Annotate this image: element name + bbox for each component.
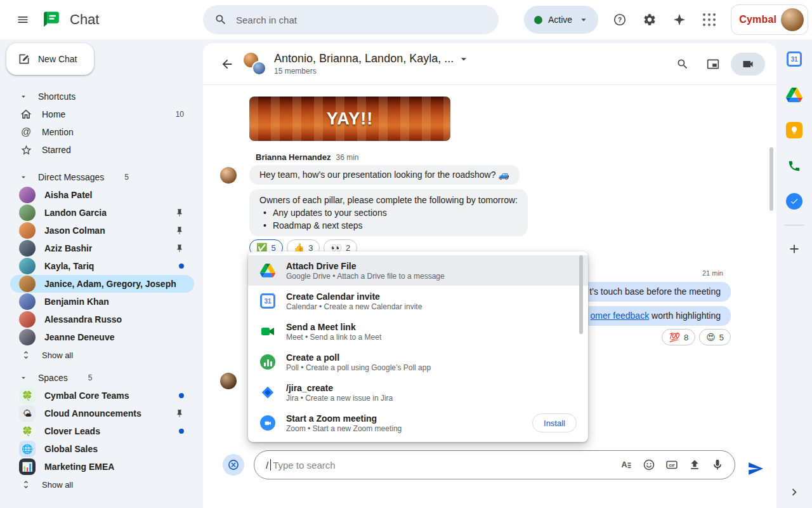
calendar-icon: 31: [787, 51, 802, 67]
popup-item-title: Start a Zoom meeting: [286, 413, 402, 424]
dm-count-badge: 5: [124, 173, 129, 182]
dm-label: Direct Messages: [38, 172, 104, 182]
apps-grid-button[interactable]: [697, 7, 722, 32]
space-item[interactable]: 🍀 Clover Leads: [0, 422, 203, 440]
message-text: worth highlighting: [649, 311, 721, 321]
chat-scrollbar[interactable]: [769, 147, 773, 211]
dm-item[interactable]: Alessandra Russo: [0, 311, 203, 328]
dm-item[interactable]: Landon Garcia: [0, 204, 203, 222]
dm-item[interactable]: Jason Colman: [0, 222, 203, 239]
popup-item-jira-create[interactable]: /jira_create Jira • Create a new issue i…: [248, 377, 588, 408]
avatar: [220, 167, 237, 184]
pin-icon: [175, 409, 184, 418]
spaces-section-header[interactable]: Spaces 5: [0, 369, 203, 387]
popup-item-attach-drive-file[interactable]: Attach Drive File Google Drive • Attach …: [248, 255, 588, 286]
help-button[interactable]: ?: [607, 7, 632, 32]
user-avatar[interactable]: [781, 8, 804, 31]
sidebar: New Chat Shortcuts Home 10 @ Mention Sta…: [0, 39, 203, 508]
unread-dot: [179, 393, 184, 398]
space-item[interactable]: 🌐 Global Sales: [0, 440, 203, 458]
message-time: 21 min: [702, 269, 723, 277]
back-button[interactable]: [214, 51, 240, 77]
sidebar-item-starred[interactable]: Starred: [0, 141, 203, 159]
avatar: [19, 204, 36, 221]
gemini-button[interactable]: [667, 7, 692, 32]
group-avatar: [244, 53, 266, 76]
format-button[interactable]: A: [615, 454, 637, 476]
add-apps-button[interactable]: [785, 241, 804, 257]
popup-item-subtitle: Poll • Create a poll using Google’s Poll…: [286, 363, 431, 372]
mic-button[interactable]: [707, 454, 728, 476]
popup-item-title: Create a poll: [286, 352, 431, 363]
keep-app-button[interactable]: [785, 122, 804, 138]
message-input[interactable]: / Type to search A GIF: [254, 450, 735, 479]
space-avatar: 🌤: [19, 405, 36, 422]
space-item[interactable]: 📊 Marketing EMEA: [0, 458, 203, 476]
reaction-chip[interactable]: 😍 5: [699, 329, 731, 345]
popup-scrollbar[interactable]: [579, 255, 583, 334]
voice-app-button[interactable]: [785, 157, 804, 174]
status-selector[interactable]: Active: [524, 6, 598, 34]
upload-button[interactable]: [684, 454, 705, 476]
dm-item[interactable]: Aisha Patel: [0, 186, 203, 204]
open-in-popup-button[interactable]: [700, 51, 726, 77]
emoji-button[interactable]: [638, 454, 660, 476]
search-bar[interactable]: Search in chat: [203, 5, 499, 34]
popup-item-subtitle: Google Drive • Attach a Drive file to a …: [286, 272, 445, 281]
gif-button[interactable]: GIF: [661, 454, 683, 476]
popup-item-create-poll[interactable]: Create a poll Poll • Create a poll using…: [248, 347, 588, 377]
spaces-count-badge: 5: [88, 373, 93, 382]
dm-item[interactable]: Kayla, Tariq: [0, 257, 203, 275]
drive-app-button[interactable]: [785, 86, 804, 103]
phone-icon: [787, 159, 801, 173]
hamburger-icon: [16, 13, 29, 26]
spaces-show-all[interactable]: Show all: [0, 476, 203, 493]
popup-item-create-calendar-invite[interactable]: 31 Create Calendar invite Calendar • Cre…: [248, 286, 588, 316]
app-name: Chat: [70, 11, 99, 28]
reaction-chip[interactable]: 💯 8: [662, 329, 695, 345]
dm-item[interactable]: Jeanne Deneuve: [0, 328, 203, 346]
sender-name: Brianna Hernandez: [256, 152, 331, 162]
account-area[interactable]: Cymbal: [731, 4, 808, 35]
chevron-right-icon: [787, 485, 801, 499]
space-item[interactable]: 🌤 Cloud Announcements: [0, 404, 203, 422]
shortcuts-section-header[interactable]: Shortcuts: [0, 88, 203, 105]
dm-item-selected[interactable]: Janice, Adam, Gregory, Joseph: [10, 275, 194, 293]
chevron-down-icon: [457, 53, 470, 65]
topbar-left: Chat: [0, 7, 203, 32]
chat-logo-icon: [42, 10, 61, 29]
new-chat-button[interactable]: New Chat: [6, 43, 94, 75]
dm-section-header[interactable]: Direct Messages 5: [0, 168, 203, 186]
space-item[interactable]: 🍀 Cymbal Core Teams: [0, 387, 203, 404]
unfold-more-icon: [19, 350, 33, 360]
settings-button[interactable]: [637, 7, 662, 32]
home-count-badge: 10: [176, 110, 184, 119]
tasks-icon: [786, 193, 802, 210]
gif-attachment[interactable]: YAY!!: [249, 97, 450, 141]
conversation-title-menu[interactable]: Antonio, Brianna, Landon, Kayla, ...: [274, 52, 470, 65]
popup-item-start-zoom-meeting[interactable]: Start a Zoom meeting Zoom • Start a new …: [248, 408, 588, 438]
pin-icon: [175, 244, 184, 253]
sidebar-item-mention[interactable]: @ Mention: [0, 123, 203, 141]
pin-icon: [175, 226, 184, 235]
calendar-app-button[interactable]: 31: [785, 51, 804, 67]
message-link[interactable]: omer feedback: [591, 311, 650, 321]
video-camera-icon: [742, 58, 754, 70]
dm-item[interactable]: Benjamin Khan: [0, 293, 203, 311]
cancel-slash-command-button[interactable]: [223, 454, 244, 476]
tasks-app-button[interactable]: [785, 193, 804, 210]
main-menu-button[interactable]: [10, 7, 36, 32]
app-body: New Chat Shortcuts Home 10 @ Mention Sta…: [0, 39, 812, 508]
send-button[interactable]: [745, 458, 766, 479]
dm-show-all[interactable]: Show all: [0, 346, 203, 364]
search-in-conversation-button[interactable]: [670, 51, 695, 77]
own-message-bubble: t’s touch base before the meeting: [579, 282, 731, 302]
unread-dot: [179, 429, 184, 434]
avatar: [19, 293, 36, 310]
collapse-rail-button[interactable]: [785, 484, 804, 500]
video-call-button[interactable]: [731, 53, 765, 76]
install-button[interactable]: Install: [532, 413, 577, 432]
dm-item[interactable]: Aziz Bashir: [0, 239, 203, 257]
popup-item-send-meet-link[interactable]: Send a Meet link Meet • Send a link to a…: [248, 316, 588, 347]
sidebar-item-home[interactable]: Home 10: [0, 105, 203, 123]
